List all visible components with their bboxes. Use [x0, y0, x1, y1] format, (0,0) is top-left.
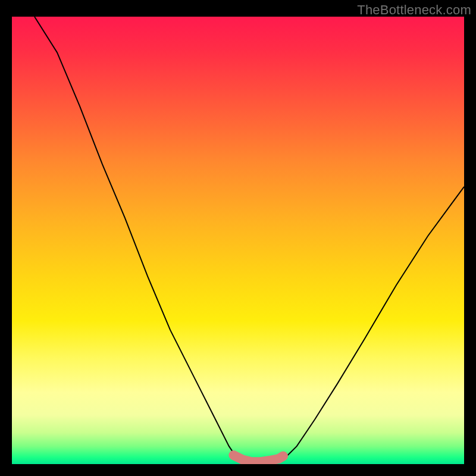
watermark-text: TheBottleneck.com	[357, 2, 471, 18]
left-arm-curve	[35, 17, 238, 460]
valley-highlight-curve	[233, 455, 283, 462]
right-arm-curve	[283, 187, 464, 460]
chart-frame: TheBottleneck.com	[0, 0, 476, 476]
plot-area	[12, 17, 464, 464]
chart-svg	[12, 17, 464, 464]
